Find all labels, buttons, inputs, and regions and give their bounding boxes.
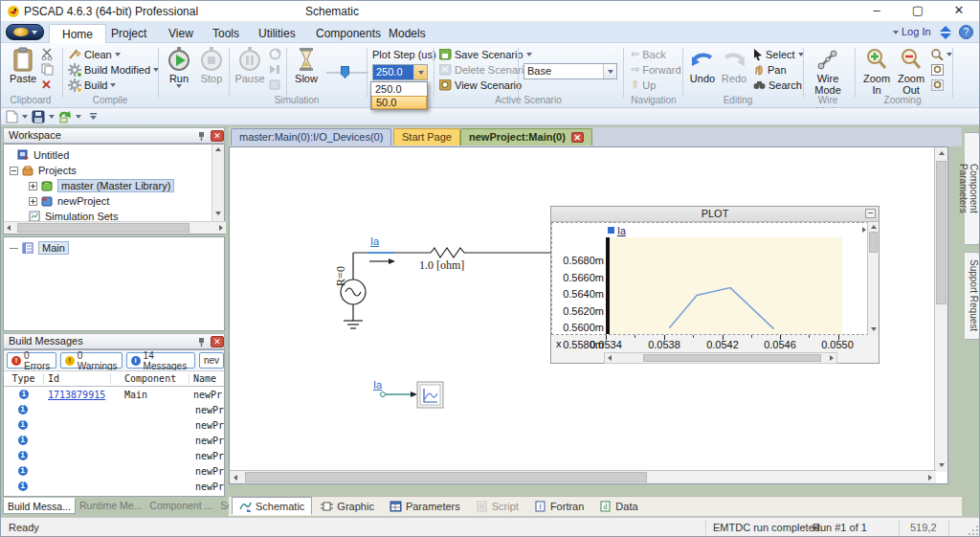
plot-step-option-250[interactable]: 250.0 [371, 82, 427, 96]
tab-component-parameters[interactable]: Component Parameters [965, 132, 980, 245]
new-file-icon[interactable] [6, 110, 18, 123]
pin-icon[interactable] [197, 131, 207, 142]
table-row[interactable]: i 1713879915 Main newPr [4, 387, 224, 402]
back-button[interactable]: ⇐Back [631, 47, 666, 61]
zoom-level-button[interactable] [931, 47, 952, 61]
workspace-hscrollbar[interactable] [4, 221, 226, 234]
tab-build-messages[interactable]: Build Messa... [3, 498, 76, 514]
message-id-link[interactable]: 1713879915 [44, 390, 111, 400]
plot-step-option-50[interactable]: 50.0 [371, 96, 427, 109]
stop-button[interactable]: Stop [196, 46, 227, 84]
workspace-panel-header[interactable]: Workspace ✕ [3, 127, 225, 144]
collapse-icon[interactable] [10, 167, 18, 175]
maximize-button[interactable]: ▢ [899, 1, 937, 22]
delete-button[interactable]: ✕ [41, 78, 52, 92]
save-dropdown[interactable] [49, 115, 55, 119]
current-meter-label[interactable]: Ia [370, 235, 379, 247]
application-menu-button[interactable] [6, 24, 44, 40]
clean-button[interactable]: Clean [68, 47, 121, 61]
zoom-in-button[interactable]: Zoom In [860, 46, 893, 96]
plot-title-bar[interactable]: PLOT – [551, 207, 879, 222]
tree-item-main[interactable]: Main [10, 240, 69, 256]
scenario-dropdown-button[interactable] [603, 64, 616, 78]
tab-runtime-messages[interactable]: Runtime Me... [76, 498, 145, 514]
save-icon[interactable] [32, 110, 45, 123]
pin-icon[interactable] [197, 337, 207, 347]
up-button[interactable]: ⇑Up [631, 78, 656, 92]
series-resistor-label[interactable]: 1.0 [ohm] [419, 258, 464, 273]
undo-button[interactable]: Undo [686, 46, 719, 84]
paste-button[interactable]: Paste [7, 46, 39, 84]
tab-fortran[interactable]: f Fortran [527, 497, 590, 515]
import-dropdown[interactable] [76, 115, 81, 119]
customize-toolbar-icon[interactable] [89, 112, 98, 122]
plot-window[interactable]: PLOT – Ia 0.5680m 0.5660m 0.5640m 0.5620… [550, 206, 880, 364]
build-messages-header[interactable]: Build Messages ✕ [3, 333, 225, 349]
delete-scenario-button[interactable]: Delete Scenario [439, 62, 529, 77]
doc-tab-start-page[interactable]: Start Page [393, 128, 460, 145]
build-modified-button[interactable]: Build Modified [68, 62, 159, 77]
snapshot-button[interactable] [269, 47, 281, 61]
doc-tab-master[interactable]: master:Main(0):I/O_Devices(0) [231, 128, 391, 145]
tab-schematic[interactable]: Schematic [232, 497, 312, 515]
tree-item-master[interactable]: master (Master Library) [29, 178, 174, 193]
tab-support-request[interactable]: Support Request [965, 252, 980, 340]
workspace-vscrollbar[interactable] [212, 145, 224, 221]
new-file-dropdown[interactable] [22, 115, 28, 119]
pause-button[interactable]: Pause [233, 46, 267, 84]
run-button[interactable]: Run [164, 46, 194, 88]
table-row[interactable]: inewPr [4, 448, 224, 463]
plot-legend[interactable]: Ia [608, 224, 626, 236]
col-id[interactable]: Id [44, 373, 111, 384]
speed-slider[interactable] [326, 66, 368, 79]
table-row[interactable]: inewPr [4, 433, 224, 448]
slow-button[interactable]: Slow [290, 46, 323, 84]
tab-models[interactable]: Models [376, 24, 438, 43]
tab-component-search[interactable]: Component ... [145, 498, 216, 514]
plot-minimize-button[interactable]: – [865, 209, 876, 218]
wire-mode-button[interactable]: Wire Mode [809, 46, 847, 96]
skip-button[interactable] [269, 78, 281, 92]
legend-scroll-icon[interactable] [862, 227, 866, 233]
redo-button[interactable]: Redo [719, 46, 749, 84]
search-button[interactable]: Search [753, 78, 802, 92]
doc-tab-newproject[interactable]: newProject:Main(0) ✕ [460, 128, 592, 145]
schematic-canvas[interactable]: Ia R=0 1.0 [ohm] 250 [ohm] Ia PLOT – Ia … [229, 146, 948, 484]
filter-messages-button[interactable]: i14 Messages [126, 352, 195, 369]
tab-tools[interactable]: Tools [200, 24, 252, 43]
import-icon[interactable] [58, 110, 72, 123]
resize-grip-icon[interactable] [968, 525, 979, 536]
workspace-close-button[interactable]: ✕ [211, 130, 224, 142]
canvas-hscrollbar[interactable] [230, 470, 936, 483]
filter-warnings-button[interactable]: !0 Warnings [60, 352, 122, 369]
tree-item-projects[interactable]: Projects [10, 163, 77, 178]
filter-errors-button[interactable]: !0 Errors [7, 352, 56, 369]
output-channel-label[interactable]: Ia [373, 379, 382, 391]
plot-step-combobox[interactable]: 250.0 [372, 64, 428, 80]
tab-parameters[interactable]: Parameters [383, 497, 467, 515]
close-button[interactable]: ✕ [940, 1, 978, 22]
tab-view[interactable]: View [156, 24, 206, 43]
build-button[interactable]: Build [68, 78, 116, 92]
plot-hscrollbar[interactable] [604, 352, 837, 364]
source-resistance-label[interactable]: R=0 [334, 262, 348, 291]
tab-project[interactable]: Project [99, 24, 159, 43]
tab-data[interactable]: d Data [592, 497, 644, 515]
cut-button[interactable] [41, 47, 54, 61]
filter-overflow-button[interactable]: nev [199, 352, 224, 369]
tab-home[interactable]: Home [49, 24, 106, 43]
zoom-rectangle-button[interactable] [931, 78, 944, 92]
plot-vscrollbar[interactable] [867, 222, 879, 335]
plot-area[interactable] [610, 237, 842, 334]
table-row[interactable]: inewPr [4, 417, 224, 433]
col-name[interactable]: Name [189, 373, 216, 384]
minimize-button[interactable]: – [858, 1, 896, 22]
tree-item-untitled[interactable]: Untitled [17, 147, 69, 163]
scenario-combobox[interactable]: Base [523, 63, 617, 79]
expand-icon[interactable] [29, 197, 37, 206]
updown-arrows-icon[interactable] [939, 26, 952, 39]
help-icon[interactable]: ? [959, 25, 973, 39]
tab-utilities[interactable]: Utilities [246, 24, 308, 43]
table-row[interactable]: inewPr [4, 479, 224, 494]
build-messages-close-button[interactable]: ✕ [211, 336, 224, 347]
